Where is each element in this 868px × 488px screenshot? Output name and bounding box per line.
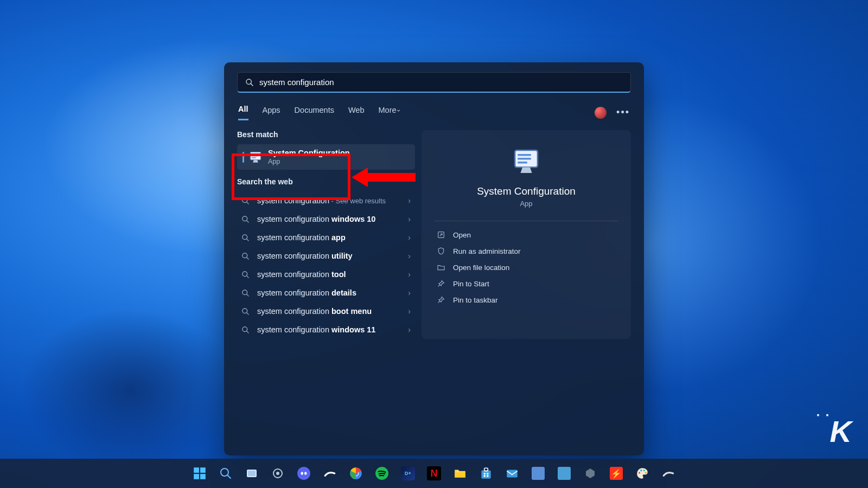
chevron-right-icon: › bbox=[408, 288, 411, 297]
tab-all[interactable]: All bbox=[238, 105, 248, 120]
taskbar-app-icon-3[interactable] bbox=[580, 463, 601, 484]
open-icon bbox=[437, 230, 445, 239]
taskbar-paint-icon[interactable] bbox=[632, 463, 653, 484]
svg-line-7 bbox=[246, 202, 248, 204]
web-result-text: system configuration details bbox=[257, 288, 408, 297]
tab-more[interactable]: More bbox=[379, 106, 400, 120]
svg-point-56 bbox=[643, 470, 645, 471]
search-box[interactable] bbox=[237, 72, 631, 93]
svg-rect-23 bbox=[518, 154, 531, 156]
chevron-right-icon: › bbox=[408, 270, 411, 279]
svg-rect-48 bbox=[484, 473, 486, 474]
svg-rect-35 bbox=[248, 471, 256, 476]
taskbar-start-button[interactable] bbox=[189, 463, 210, 484]
svg-rect-25 bbox=[518, 162, 527, 164]
svg-line-19 bbox=[246, 312, 248, 314]
web-result-text: system configuration boot menu bbox=[257, 307, 408, 316]
preview-app-icon bbox=[511, 146, 541, 177]
web-result-3[interactable]: system configuration utility› bbox=[237, 247, 415, 265]
taskbar-app-icon-1[interactable] bbox=[528, 463, 548, 484]
svg-rect-30 bbox=[194, 474, 199, 479]
search-input[interactable] bbox=[259, 78, 623, 87]
search-icon bbox=[245, 78, 254, 87]
action-open[interactable]: Open bbox=[435, 227, 618, 243]
chevron-right-icon: › bbox=[408, 325, 411, 334]
taskbar-netflix-icon[interactable]: N bbox=[424, 463, 444, 484]
divider bbox=[435, 221, 618, 221]
best-match-result[interactable]: System Configuration App bbox=[237, 144, 415, 170]
web-result-text: system configuration windows 10 bbox=[257, 215, 408, 223]
search-icon bbox=[241, 252, 250, 260]
chevron-right-icon: › bbox=[408, 215, 411, 223]
web-result-6[interactable]: system configuration boot menu› bbox=[237, 302, 415, 320]
best-match-label: Best match bbox=[237, 130, 415, 139]
svg-point-57 bbox=[645, 472, 647, 473]
taskbar-chrome-icon[interactable] bbox=[346, 463, 366, 484]
taskbar-steam-icon-2[interactable] bbox=[658, 463, 679, 484]
chevron-right-icon: › bbox=[408, 233, 411, 242]
web-result-1[interactable]: system configuration windows 10› bbox=[237, 210, 415, 228]
taskbar-disney-icon[interactable]: D+ bbox=[398, 463, 418, 484]
taskbar-taskview-button[interactable] bbox=[241, 463, 262, 484]
svg-line-1 bbox=[251, 84, 253, 86]
results-column: Best match System Configuration App Sear… bbox=[237, 130, 415, 339]
taskbar-mail-icon[interactable] bbox=[502, 463, 522, 484]
taskbar-search-button[interactable] bbox=[215, 463, 236, 484]
tab-web[interactable]: Web bbox=[348, 106, 365, 120]
web-result-7[interactable]: system configuration windows 11› bbox=[237, 320, 415, 339]
selection-accent bbox=[242, 152, 244, 163]
user-avatar[interactable] bbox=[595, 107, 607, 119]
web-result-5[interactable]: system configuration details› bbox=[237, 284, 415, 302]
action-run-as-administrator[interactable]: Run as administrator bbox=[435, 243, 618, 259]
svg-rect-51 bbox=[487, 475, 488, 477]
chevron-right-icon: › bbox=[408, 196, 411, 205]
taskbar-discord-icon[interactable] bbox=[293, 463, 314, 484]
svg-marker-53 bbox=[586, 468, 595, 478]
action-label: Open bbox=[453, 231, 471, 239]
web-result-0[interactable]: system configuration - See web results› bbox=[237, 191, 415, 210]
web-result-text: system configuration windows 11 bbox=[257, 325, 408, 334]
pin-icon bbox=[437, 296, 445, 304]
svg-line-33 bbox=[227, 475, 231, 478]
taskbar-app-icon-4[interactable]: ⚡ bbox=[606, 463, 627, 484]
more-options-button[interactable]: ••• bbox=[616, 107, 630, 118]
action-label: Open file location bbox=[453, 264, 509, 272]
search-icon bbox=[241, 234, 250, 242]
svg-rect-49 bbox=[487, 473, 488, 474]
taskbar-app-icon-2[interactable] bbox=[554, 463, 575, 484]
svg-line-17 bbox=[246, 294, 248, 296]
svg-rect-47 bbox=[484, 468, 488, 471]
taskbar-settings-icon[interactable] bbox=[267, 463, 288, 484]
svg-rect-46 bbox=[481, 471, 490, 479]
taskbar-store-icon[interactable] bbox=[476, 463, 496, 484]
taskbar-explorer-icon[interactable] bbox=[450, 463, 470, 484]
action-open-file-location[interactable]: Open file location bbox=[435, 259, 618, 275]
svg-rect-5 bbox=[252, 157, 256, 158]
folder-icon bbox=[437, 263, 445, 272]
web-result-4[interactable]: system configuration tool› bbox=[237, 265, 415, 284]
taskbar-spotify-icon[interactable] bbox=[372, 463, 392, 484]
tab-apps[interactable]: Apps bbox=[263, 106, 280, 120]
svg-line-11 bbox=[246, 239, 248, 241]
search-icon bbox=[241, 289, 250, 297]
svg-point-39 bbox=[301, 472, 303, 474]
svg-rect-4 bbox=[252, 155, 258, 156]
svg-line-13 bbox=[246, 257, 248, 259]
action-pin-to-taskbar[interactable]: Pin to taskbar bbox=[435, 292, 618, 308]
tab-documents[interactable]: Documents bbox=[295, 106, 334, 120]
web-result-text: system configuration - See web results bbox=[257, 196, 408, 205]
web-result-2[interactable]: system configuration app› bbox=[237, 228, 415, 247]
svg-point-38 bbox=[297, 467, 310, 480]
chevron-right-icon: › bbox=[408, 252, 411, 260]
svg-rect-45 bbox=[455, 472, 465, 478]
search-icon bbox=[241, 326, 250, 334]
svg-rect-28 bbox=[194, 467, 199, 473]
watermark-logo: K bbox=[830, 414, 852, 449]
web-result-text: system configuration tool bbox=[257, 270, 408, 279]
result-subtitle: App bbox=[268, 158, 350, 165]
system-configuration-icon bbox=[248, 150, 263, 164]
action-pin-to-start[interactable]: Pin to Start bbox=[435, 275, 618, 292]
taskbar-steam-icon[interactable] bbox=[320, 463, 340, 484]
action-label: Pin to Start bbox=[453, 280, 489, 288]
svg-rect-52 bbox=[507, 470, 518, 478]
